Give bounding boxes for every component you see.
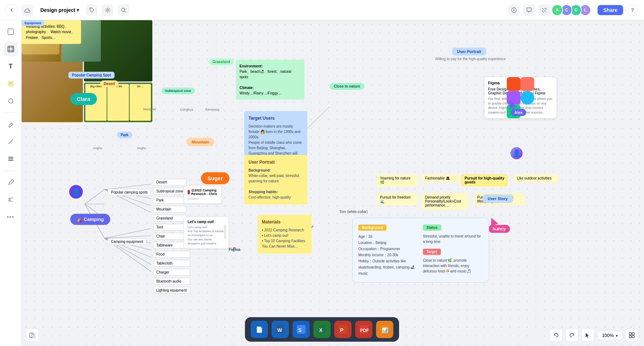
close-to-nature-label: Close to nature bbox=[330, 83, 365, 90]
alex-label: Alex bbox=[511, 109, 526, 116]
file-doc-icon[interactable]: 📄 bbox=[251, 321, 268, 338]
yearning-pill: Yearning for nature🌿 bbox=[376, 174, 418, 188]
comment-icon[interactable] bbox=[523, 4, 535, 16]
materials-text: • 2022 Camping Research• Let's camp out!… bbox=[262, 227, 307, 249]
file-ppt-icon[interactable]: P bbox=[334, 321, 352, 338]
user-portrait-subtext: Willing to pay for the high-quality expe… bbox=[435, 57, 507, 61]
tom-label: Tom (white-collar) bbox=[339, 210, 368, 214]
marginal-label: Marginal bbox=[143, 107, 156, 111]
undo-button[interactable] bbox=[550, 329, 563, 342]
play-icon[interactable] bbox=[508, 4, 520, 16]
sidebar-shape-tool[interactable] bbox=[4, 94, 18, 108]
materials-note[interactable]: Materials • 2022 Camping Research• Let's… bbox=[258, 215, 312, 253]
help-button[interactable]: ? bbox=[627, 4, 638, 16]
figma-card-subtitle: Free Design Tool for Websites, Graphic D… bbox=[488, 87, 553, 95]
svg-rect-58 bbox=[629, 333, 631, 335]
svg-point-35 bbox=[234, 249, 236, 250]
svg-rect-10 bbox=[8, 160, 13, 161]
background-label: Background bbox=[358, 225, 386, 231]
equipment-label: Equipment bbox=[22, 20, 44, 26]
topbar-left: Design project ▾ bbox=[6, 4, 129, 16]
popular-camping-spots-node: Popular camping spots bbox=[108, 189, 151, 196]
rempong-label: Rempong bbox=[205, 108, 219, 111]
user-cursor-avatar: 👤 bbox=[510, 146, 523, 160]
page-thumbnail-button[interactable] bbox=[26, 329, 39, 342]
lets-camp-out-card: Let's camp out! Let's camp out!Eric Top … bbox=[184, 217, 229, 249]
svg-text:P: P bbox=[340, 327, 343, 333]
sidebar-list-tool[interactable] bbox=[4, 152, 18, 166]
file-chart-icon[interactable]: 📊 bbox=[376, 321, 393, 338]
avatar-group: A C C L bbox=[554, 4, 591, 16]
svg-point-12 bbox=[9, 200, 10, 201]
outdoor-pill: Like outdoor activities bbox=[513, 174, 558, 185]
suger-bubble[interactable]: Suger bbox=[201, 172, 229, 184]
svg-rect-33 bbox=[233, 249, 234, 250]
environment-text: Environment:Park、beach🏖、forest、natural s… bbox=[240, 63, 301, 96]
clara-bubble[interactable]: Clara bbox=[70, 93, 97, 105]
freedom-pill: Pursuit for freedom 🌊 bbox=[376, 193, 418, 208]
sidebar-divider-2 bbox=[5, 170, 17, 171]
sidebar-scissors-tool[interactable] bbox=[4, 192, 18, 207]
svg-rect-4 bbox=[8, 29, 14, 35]
figma-bottom-label: Figma bbox=[229, 247, 240, 252]
bottom-controls: 100% ▾ bbox=[550, 329, 638, 342]
sidebar-sticky-tool[interactable] bbox=[4, 76, 18, 91]
file-excel-icon[interactable]: X bbox=[313, 321, 331, 338]
fashionable-pill: Fashionable 🎩 bbox=[421, 174, 459, 185]
sidebar-connector-tool[interactable] bbox=[4, 134, 18, 149]
camping-research-card: @2022 Camping Research - Chris 11/20/22 bbox=[184, 185, 222, 204]
svg-point-0 bbox=[90, 9, 91, 9]
zoom-chevron: ▾ bbox=[616, 334, 618, 338]
sidebar-more-tool[interactable]: ••• bbox=[4, 210, 18, 224]
camping-label[interactable]: ⛺ Camping bbox=[70, 214, 110, 225]
conghua-label: Conghua bbox=[180, 108, 193, 111]
share-button[interactable]: Share bbox=[598, 5, 623, 15]
zoom-level[interactable]: 100% ▾ bbox=[597, 331, 622, 340]
svg-point-11 bbox=[9, 198, 10, 199]
alex-cursor-area: Alex bbox=[511, 104, 526, 116]
page-thumb-control bbox=[26, 329, 39, 342]
cursor-button[interactable] bbox=[581, 329, 594, 342]
sidebar-select-tool[interactable] bbox=[4, 25, 18, 39]
environment-note[interactable]: Environment:Park、beach🏖、forest、natural s… bbox=[236, 60, 304, 99]
user-story-label: User Story bbox=[483, 194, 513, 203]
redo-button[interactable] bbox=[565, 329, 578, 342]
tom-detail-card[interactable]: Background Age：26 Location：Beijing Occup… bbox=[352, 218, 489, 283]
user-portrait-text: Background:White-collar, well-paid, stre… bbox=[249, 168, 303, 200]
svg-point-7 bbox=[9, 99, 13, 103]
background-details: Age：26 Location：Beijing Occupation：Progr… bbox=[358, 234, 419, 276]
file-slides-icon[interactable]: S bbox=[292, 321, 310, 338]
svg-point-1 bbox=[107, 9, 109, 11]
bottom-file-bar: 📄 W S X P PDF 📊 bbox=[245, 317, 399, 342]
sidebar-frame-tool[interactable] bbox=[4, 42, 18, 56]
avatar-a[interactable]: A bbox=[551, 4, 563, 16]
sidebar-pen-tool[interactable] bbox=[4, 117, 18, 132]
svg-line-22 bbox=[104, 229, 151, 238]
sidebar-draw-tool[interactable] bbox=[4, 175, 18, 190]
svg-line-13 bbox=[85, 190, 104, 204]
status-text: Stressful, unable to travel around for a… bbox=[423, 234, 483, 244]
nancy-label: Nancy bbox=[488, 225, 510, 233]
svg-text:S: S bbox=[298, 327, 301, 333]
grid-view-button[interactable] bbox=[625, 329, 638, 342]
nancy-cursor-area: Nancy bbox=[488, 221, 510, 233]
project-name[interactable]: Design project ▾ bbox=[37, 6, 82, 14]
sidebar-text-tool[interactable]: T bbox=[4, 59, 18, 74]
target-text: Close to nature🌿, promote interaction wi… bbox=[423, 258, 483, 274]
desert-tag: Desert bbox=[100, 80, 118, 87]
canvas[interactable]: Big cities On life Sh ... Relaxing activ… bbox=[22, 20, 644, 346]
high-quality-pill: Pursuit for high-quality goods bbox=[461, 174, 508, 188]
svg-rect-60 bbox=[629, 336, 631, 338]
expand-icon[interactable] bbox=[538, 4, 550, 16]
settings-icon[interactable] bbox=[102, 4, 113, 16]
user-portrait-note[interactable]: User Portrait Background:White-collar, w… bbox=[244, 155, 307, 204]
file-pdf-icon[interactable]: PDF bbox=[355, 321, 372, 338]
mountain-tag: Mountain bbox=[187, 138, 214, 146]
grassland-tag: Grassland bbox=[209, 58, 234, 65]
user-avatar-canvas: 👤 bbox=[68, 184, 84, 199]
search-icon[interactable] bbox=[118, 4, 129, 16]
file-word-icon[interactable]: W bbox=[272, 321, 289, 338]
svg-line-30 bbox=[307, 107, 330, 128]
tag-icon[interactable] bbox=[86, 4, 98, 16]
back-button[interactable] bbox=[6, 4, 17, 16]
